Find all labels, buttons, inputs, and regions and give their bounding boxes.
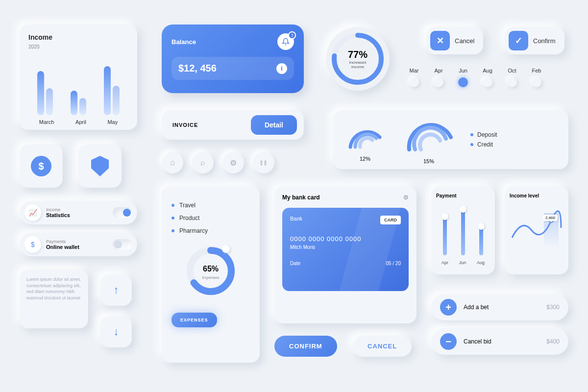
month-feb[interactable]: Feb (532, 68, 541, 87)
payment-slider-aug[interactable] (479, 226, 483, 255)
balance-amount: $12, 456 (178, 63, 217, 74)
add-bet-row[interactable]: + Add a bet $300 (431, 294, 568, 320)
plus-icon: + (440, 299, 457, 316)
month-oct[interactable]: Oct (507, 68, 517, 87)
month-apr[interactable]: Apr (434, 68, 443, 87)
stats-icon: 📈 (24, 204, 41, 221)
arc-chart-card: 12% 15% Deposit Credit (333, 110, 568, 169)
cancel-bid-row[interactable]: − Cancel bid $400 (431, 328, 568, 355)
info-icon[interactable]: i (276, 63, 287, 74)
gear-icon[interactable]: ⚙ (403, 194, 409, 201)
dollar-tile[interactable]: $ (20, 145, 63, 188)
balance-title: Balance (172, 38, 196, 46)
expense-item: Travel (172, 202, 250, 209)
payment-slider-jun[interactable] (461, 209, 465, 255)
payment-slider-apr[interactable] (443, 216, 447, 255)
search-icon[interactable]: ⌕ (192, 152, 214, 173)
check-icon: ✓ (509, 31, 528, 50)
close-icon: ✕ (430, 31, 450, 50)
nav-icons: ⌂ ⌕ ⚙ ⫾⫾ (162, 152, 274, 173)
arc-legend: Deposit Credit (470, 128, 497, 151)
gear-icon[interactable]: ⚙ (222, 152, 244, 173)
income-title: Income (28, 33, 128, 41)
arrow-down-button[interactable]: ↓ (100, 316, 132, 347)
expenses-button[interactable]: EXPENSES (172, 313, 217, 327)
month-selector: Mar Apr Jun Aug Oct Feb (409, 68, 541, 87)
shield-icon (91, 156, 109, 176)
expenses-ring[interactable]: 65% Expenses (184, 244, 238, 298)
arrow-up-button[interactable]: ↑ (100, 274, 132, 306)
dollar-icon: $ (31, 156, 51, 176)
payment-card: Payment AprJunAug (431, 186, 495, 274)
cancel-big-button[interactable]: CANCEL (353, 336, 412, 357)
income-chart-card: Income 2020 March April May (20, 24, 137, 130)
bank-card-panel: My bank card ⚙ BankCARD 0000 0000 0000 0… (274, 186, 416, 323)
notif-badge: 3 (288, 31, 296, 39)
bell-icon[interactable]: 3 (277, 33, 294, 50)
shield-tile[interactable] (78, 145, 122, 188)
ring-handle[interactable] (222, 245, 230, 253)
income-bars (28, 56, 128, 115)
month-jun[interactable]: Jun (458, 68, 468, 87)
home-icon[interactable]: ⌂ (162, 152, 183, 173)
statistics-toggle[interactable] (113, 207, 132, 218)
wallet-toggle-row: $ PaymentsOnline wallet (20, 233, 137, 256)
month-mar[interactable]: Mar (409, 68, 419, 87)
expense-item: Product (172, 215, 250, 221)
income-year: 2020 (28, 44, 128, 49)
chart-icon[interactable]: ⫾⫾ (253, 152, 274, 173)
cancel-button[interactable]: ✕ Cancel (426, 27, 483, 54)
invoice-card: INVOICE Detail (162, 110, 304, 140)
income-increase-ring: 77% Increased income (326, 27, 390, 91)
confirm-button[interactable]: ✓ Confirm (505, 27, 564, 54)
statistics-toggle-row: 📈 IncomeStatistics (20, 201, 137, 224)
detail-button[interactable]: Detail (251, 115, 297, 135)
month-aug[interactable]: Aug (483, 68, 492, 87)
income-level-tag: 2,460 (543, 215, 558, 221)
credit-card[interactable]: BankCARD 0000 0000 0000 0000 Mitch Moris… (282, 208, 409, 291)
wallet-toggle[interactable] (113, 239, 132, 250)
balance-card: Balance 3 $12, 456 i (162, 24, 304, 93)
lorem-card: Lorem ipsum dolor sit amet, consectetuer… (20, 270, 88, 328)
minus-icon: − (440, 333, 457, 350)
expense-item: Pharmarcy (172, 227, 250, 234)
expenses-card: Travel Product Pharmarcy 65% Expenses EX… (162, 186, 260, 363)
wallet-icon: $ (24, 236, 41, 253)
income-level-card: Income level 2,460 (505, 186, 568, 274)
confirm-big-button[interactable]: CONFIRM (274, 336, 337, 357)
